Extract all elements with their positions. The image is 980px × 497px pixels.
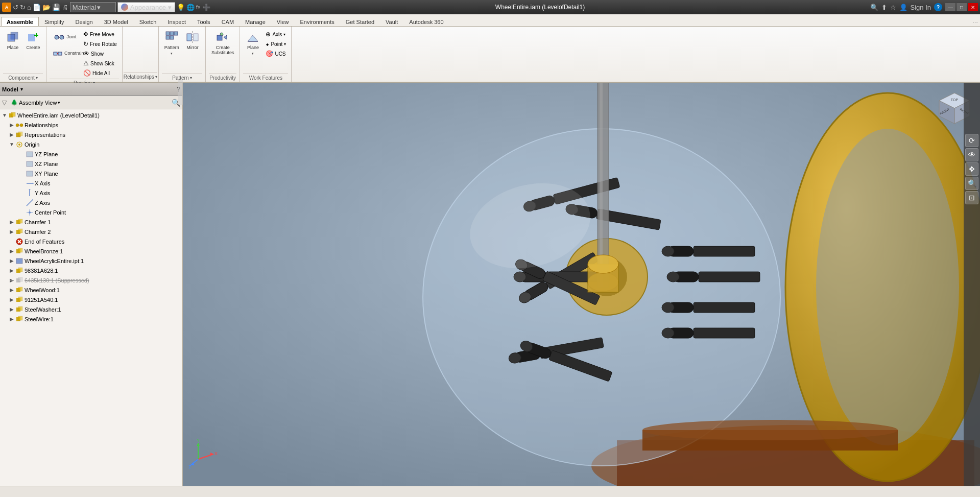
viewport[interactable]: TOP RIGHT FRONT ⟳ 👁 ✥ 🔍 ⊡ X Y <box>183 83 980 486</box>
mirror-button[interactable]: Mirror <box>183 29 202 52</box>
pattern-arrow[interactable]: ▾ <box>171 52 173 56</box>
relationships-dropdown-arrow[interactable]: ▾ <box>155 75 157 79</box>
appearance-dropdown[interactable]: Appearance ▾ <box>117 2 175 12</box>
tree-98381a628[interactable]: ▶ 98381A628:1 <box>0 266 182 275</box>
free-rotate-button[interactable]: ↻ Free Rotate <box>81 39 119 49</box>
tab-simplify[interactable]: Simplify <box>39 17 70 26</box>
root-expand[interactable]: ▼ <box>1 112 8 119</box>
sign-in-button[interactable]: Sign In <box>911 4 931 11</box>
wheelacrylic-expand[interactable]: ▶ <box>8 257 15 265</box>
maximize-button[interactable]: □ <box>957 3 967 11</box>
help-icon[interactable]: ? <box>934 3 942 11</box>
nav-icon[interactable]: ⬆ <box>881 4 887 11</box>
steelwire-expand[interactable]: ▶ <box>8 316 15 323</box>
nav-fit-button[interactable]: ⊡ <box>965 191 978 204</box>
material-dropdown[interactable]: Material ▾ <box>70 2 116 12</box>
tree-steelwasher[interactable]: ▶ SteelWasher:1 <box>0 304 182 314</box>
tab-get-started[interactable]: Get Started <box>340 17 380 26</box>
relationships-expand[interactable]: ▶ <box>8 122 15 129</box>
tab-design[interactable]: Design <box>70 17 99 26</box>
fx-icon[interactable]: f× <box>196 5 201 10</box>
tree-end-features[interactable]: End of Features <box>0 236 182 246</box>
steelwasher-expand[interactable]: ▶ <box>8 306 15 313</box>
add-icon[interactable]: ➕ <box>202 4 210 11</box>
tree-z-axis[interactable]: Z Axis <box>0 198 182 207</box>
panel-resize-handle[interactable] <box>178 80 183 105</box>
home-icon[interactable]: ⌂ <box>27 4 31 11</box>
tree-origin[interactable]: ▼ Origin <box>0 139 182 149</box>
6435-expand[interactable]: ▶ <box>8 277 15 284</box>
create-substitutes-button[interactable]: CreateSubstitutes <box>209 29 237 57</box>
axis-arrow[interactable]: ▾ <box>283 32 285 37</box>
more-options-icon[interactable]: ⋯ <box>972 19 978 26</box>
tree-6435k130[interactable]: ▶ 6435k130:1 (Suppressed) <box>0 275 182 285</box>
create-button[interactable]: Create <box>23 29 43 52</box>
tree-chamfer1[interactable]: ▶ Chamfer 1 <box>0 217 182 227</box>
user-icon[interactable]: 👤 <box>899 4 907 11</box>
tree-representations[interactable]: ▶ Representations <box>0 130 182 139</box>
98381-expand[interactable]: ▶ <box>8 267 15 274</box>
axis-button[interactable]: ⊕ Axis ▾ <box>264 30 288 39</box>
tree-wheelbronze[interactable]: ▶ WheelBronze:1 <box>0 246 182 256</box>
tab-cam[interactable]: CAM <box>216 17 240 26</box>
favorites-icon[interactable]: ☆ <box>890 4 896 11</box>
tree-yz-plane[interactable]: YZ Plane <box>0 149 182 159</box>
place-button[interactable]: Place <box>3 29 22 52</box>
plane-arrow[interactable]: ▾ <box>252 52 254 56</box>
wheelbronze-expand[interactable]: ▶ <box>8 248 15 255</box>
pattern-button[interactable]: Pattern ▾ <box>162 29 182 57</box>
tab-vault[interactable]: Vault <box>380 17 403 26</box>
tree-x-axis[interactable]: X Axis <box>0 178 182 188</box>
free-move-button[interactable]: ✥ Free Move <box>81 30 119 39</box>
wheelwood-expand[interactable]: ▶ <box>8 287 15 294</box>
tab-inspect[interactable]: Inspect <box>162 17 191 26</box>
model-panel-dropdown[interactable]: ▾ <box>20 86 23 92</box>
scene-icon[interactable]: 🌐 <box>186 4 195 11</box>
tab-environments[interactable]: Environments <box>295 17 340 26</box>
ucs-button[interactable]: 🎯 UCS <box>264 49 288 58</box>
lights-icon[interactable]: 💡 <box>177 4 185 11</box>
tree-relationships[interactable]: ▶ Relationships <box>0 120 182 130</box>
chamfer1-expand[interactable]: ▶ <box>8 219 15 226</box>
filter-icon[interactable]: ▽ <box>2 99 7 106</box>
tree-91251a540[interactable]: ▶ 91251A540:1 <box>0 295 182 304</box>
tab-tools[interactable]: Tools <box>192 17 216 26</box>
search-icon[interactable]: 🔍 <box>870 4 878 11</box>
nav-look-button[interactable]: 👁 <box>965 148 978 161</box>
tab-manage[interactable]: Manage <box>240 17 271 26</box>
tab-sketch[interactable]: Sketch <box>134 17 162 26</box>
hide-all-button[interactable]: 🚫 Hide All <box>81 68 119 78</box>
representations-expand[interactable]: ▶ <box>8 131 15 138</box>
origin-expand[interactable]: ▼ <box>8 141 15 148</box>
tab-3dmodel[interactable]: 3D Model <box>99 17 134 26</box>
component-dropdown-arrow[interactable]: ▾ <box>36 76 38 80</box>
show-sick-button[interactable]: ⚠ Show Sick <box>81 59 119 68</box>
plane-button[interactable]: Plane ▾ <box>243 29 262 57</box>
chamfer2-expand[interactable]: ▶ <box>8 228 15 235</box>
tab-autodesk360[interactable]: Autodesk 360 <box>403 17 449 26</box>
save-icon[interactable]: 💾 <box>52 4 60 11</box>
nav-zoom-button[interactable]: 🔍 <box>965 177 978 190</box>
tree-y-axis[interactable]: Y Axis <box>0 188 182 198</box>
tree-root[interactable]: ▼ WheelEntire.iam (LevelofDetail1) <box>0 110 182 120</box>
minimize-button[interactable]: — <box>945 3 955 11</box>
tree-steelwire[interactable]: ▶ SteelWire:1 <box>0 314 182 324</box>
undo-icon[interactable]: ↺ <box>13 4 18 11</box>
show-button[interactable]: 👁 Show <box>81 49 119 58</box>
tree-xz-plane[interactable]: XZ Plane <box>0 159 182 169</box>
tab-view[interactable]: View <box>271 17 295 26</box>
assembly-view-button[interactable]: 🌲 Assembly View ▾ <box>9 98 62 107</box>
tree-wheelwood[interactable]: ▶ WheelWood:1 <box>0 285 182 295</box>
nav-orbit-button[interactable]: ⟳ <box>965 134 978 147</box>
redo-icon[interactable]: ↻ <box>20 4 26 11</box>
tree-chamfer2[interactable]: ▶ Chamfer 2 <box>0 227 182 236</box>
91251-expand[interactable]: ▶ <box>8 296 15 303</box>
new-icon[interactable]: 📄 <box>33 4 41 11</box>
nav-pan-button[interactable]: ✥ <box>965 162 978 176</box>
point-arrow[interactable]: ▾ <box>284 42 286 46</box>
point-button[interactable]: ⬥ Point ▾ <box>264 39 288 49</box>
assembly-view-arrow[interactable]: ▾ <box>58 100 60 105</box>
print-icon[interactable]: 🖨 <box>62 4 68 11</box>
open-icon[interactable]: 📂 <box>42 4 51 11</box>
pattern-dropdown-arrow[interactable]: ▾ <box>190 76 192 80</box>
